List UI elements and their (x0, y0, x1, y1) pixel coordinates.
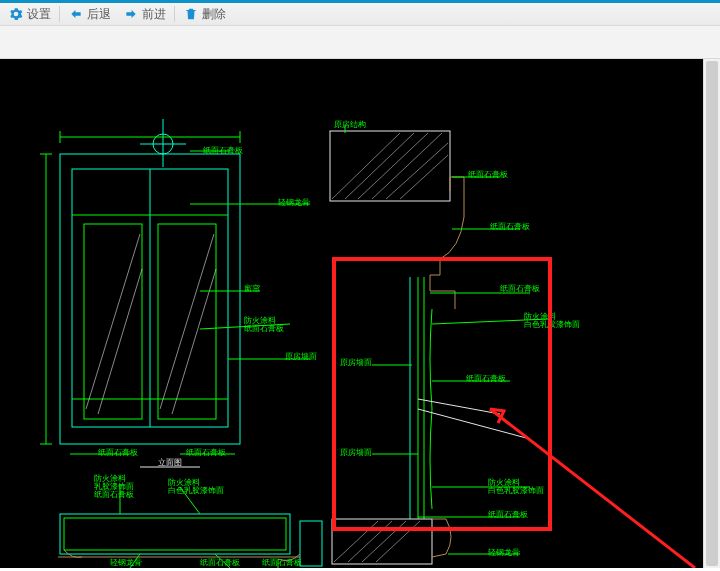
trash-icon (183, 6, 199, 22)
vertical-scrollbar-thumb[interactable] (706, 61, 718, 566)
arrow-back-icon (68, 6, 84, 22)
svg-line-41 (400, 155, 448, 199)
svg-rect-29 (64, 518, 286, 550)
toolbar-separator (59, 6, 60, 22)
settings-label: 设置 (27, 6, 51, 23)
toolbar: 设置 后退 前进 删除 (0, 3, 720, 26)
svg-line-9 (160, 234, 214, 409)
svg-line-39 (372, 133, 442, 199)
highlight-box (332, 257, 552, 531)
svg-line-40 (386, 143, 448, 199)
toolbar-separator (174, 6, 175, 22)
delete-button[interactable]: 删除 (177, 3, 232, 25)
svg-line-38 (358, 133, 428, 199)
settings-icon (8, 6, 24, 22)
svg-line-23 (200, 324, 290, 329)
svg-line-37 (345, 133, 414, 199)
svg-rect-28 (60, 514, 290, 554)
cad-canvas[interactable]: 原房结构 纸面石膏板 轻钢龙骨 纸面石膏板 纸面石膏板 窗帘 防火涂料 纸面石膏… (0, 59, 704, 568)
svg-line-7 (86, 234, 140, 409)
back-label: 后退 (87, 6, 111, 23)
svg-line-34 (215, 554, 230, 568)
back-button[interactable]: 后退 (62, 3, 117, 25)
svg-line-33 (130, 554, 140, 568)
svg-rect-63 (300, 521, 322, 566)
forward-label: 前进 (142, 6, 166, 23)
forward-button[interactable]: 前进 (117, 3, 172, 25)
svg-line-8 (98, 269, 142, 414)
toolbar-pad (0, 26, 720, 59)
svg-line-36 (332, 133, 400, 199)
svg-line-32 (180, 487, 200, 514)
settings-button[interactable]: 设置 (2, 3, 57, 25)
canvas-area: 原房结构 纸面石膏板 轻钢龙骨 纸面石膏板 纸面石膏板 窗帘 防火涂料 纸面石膏… (0, 59, 720, 571)
svg-rect-35 (330, 131, 450, 201)
vertical-scrollbar[interactable] (703, 59, 720, 568)
delete-label: 删除 (202, 6, 226, 23)
arrow-forward-icon (123, 6, 139, 22)
